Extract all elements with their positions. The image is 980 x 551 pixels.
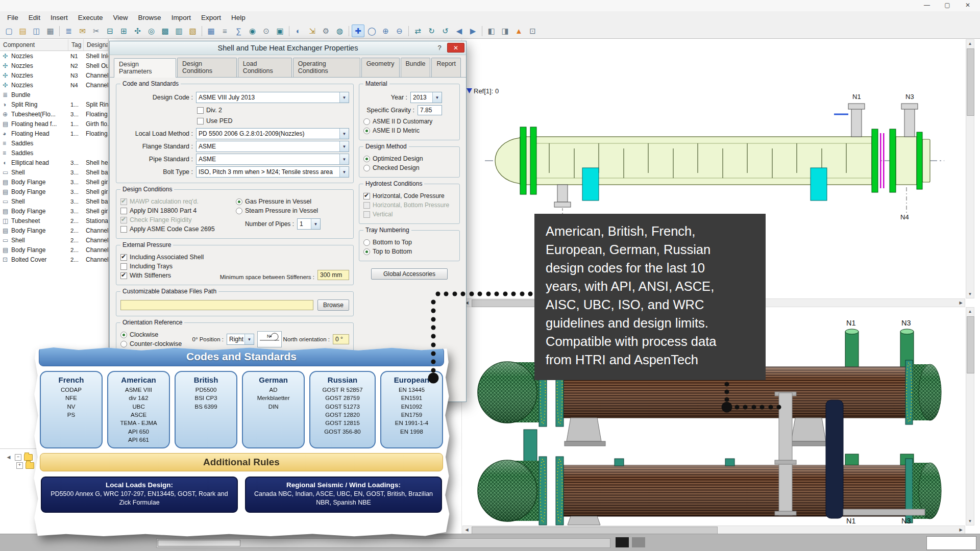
asme-iid-customary-radio[interactable]: ASME II D Customary <box>363 118 455 125</box>
tree-row[interactable]: ▤ Floating head f... 1... Girth flo... <box>0 119 108 129</box>
tree-row[interactable]: ◫ Tubesheet 2... Stationar... <box>0 216 108 226</box>
tree-row[interactable]: ▭ Shell 3... Shell bar... <box>0 167 108 177</box>
open-folder-icon[interactable]: ▤ <box>16 24 29 37</box>
menu-item[interactable]: Insert <box>45 12 73 23</box>
bottom-to-top-radio[interactable]: Bottom to Top <box>363 239 455 246</box>
print-icon[interactable]: ▦ <box>44 24 57 37</box>
collapse-panel-icon[interactable]: ◀ <box>5 454 12 461</box>
tab-geometry[interactable]: Geometry <box>361 58 400 77</box>
tree-row[interactable]: ◑ Split Ring 1... Split Rin... <box>0 99 108 109</box>
globe-icon[interactable]: ◍ <box>333 24 346 37</box>
scroll-down-icon[interactable]: ▼ <box>966 517 974 525</box>
global-accessories-button[interactable]: Global Accessories <box>371 268 448 280</box>
tab-operating-conditions[interactable]: Operating Conditions <box>293 58 360 77</box>
database-path-input[interactable] <box>120 300 313 310</box>
use-ped-checkbox[interactable]: Use PED <box>197 117 232 124</box>
pipe-standard-select[interactable]: ASME▼ <box>196 154 349 165</box>
bolt-tool-icon[interactable]: ⊙ <box>260 24 273 37</box>
zoom-out-icon[interactable]: ⊖ <box>393 24 406 37</box>
split-view-icon[interactable]: ◨ <box>499 24 511 37</box>
tree-row[interactable]: ▭ Shell 3... Shell bar... <box>0 196 108 206</box>
asme-iid-metric-radio[interactable]: ASME II D Metric <box>363 127 455 134</box>
min-stiffener-space-input[interactable]: 300 mm <box>317 270 349 280</box>
scroll-up-icon[interactable]: ▲ <box>966 40 974 47</box>
tree-row[interactable]: ▤ Body Flange 3... Shell gir... <box>0 187 108 196</box>
steam-pressure-radio[interactable]: Steam Pressure in Vessel <box>236 207 349 214</box>
tree-row[interactable]: ◕ Floating Head 1... Floating... <box>0 129 108 138</box>
dimension-icon[interactable]: ⊟ <box>104 24 116 37</box>
mawp-checkbox[interactable]: MAWP calculation req'd. <box>120 198 234 205</box>
tab-report[interactable]: Report <box>431 58 461 77</box>
din-18800-checkbox[interactable]: Apply DIN 18800 Part 4 <box>120 207 234 214</box>
flange-standard-select[interactable]: ASME▼ <box>196 141 349 152</box>
tab-design-conditions[interactable]: Design Conditions <box>177 58 237 77</box>
previous-view-icon[interactable]: ◀ <box>453 24 465 37</box>
column-header-tag[interactable]: Tag <box>68 39 84 51</box>
tree-row[interactable]: ✣ Nozzles N3 Channel... <box>0 70 108 80</box>
scroll-down-icon[interactable]: ▼ <box>966 290 974 298</box>
tree-row[interactable]: ▤ Body Flange 3... Shell gir... <box>0 177 108 187</box>
menu-item[interactable]: File <box>2 12 23 23</box>
tree-expand-icon[interactable]: + <box>16 462 23 469</box>
zoom-in-icon[interactable]: ⊕ <box>379 24 392 37</box>
cut-section-icon[interactable]: ✂ <box>90 24 103 37</box>
close-button[interactable]: ✕ <box>958 0 978 10</box>
vertical-checkbox[interactable]: Vertical <box>363 211 455 218</box>
component-list-icon[interactable]: ≣ <box>62 24 75 37</box>
maximize-button[interactable]: ▢ <box>937 0 958 10</box>
scroll-right-icon[interactable]: ▶ <box>957 526 965 534</box>
view-icon[interactable]: ◉ <box>246 24 259 37</box>
menu-item[interactable]: Help <box>226 12 251 23</box>
menu-item[interactable]: Export <box>196 12 226 23</box>
save-icon[interactable]: ◫ <box>30 24 43 37</box>
scroll-thumb[interactable] <box>967 48 974 116</box>
tree-row[interactable]: ✣ Nozzles N2 Shell Ou... <box>0 61 108 70</box>
tree-row[interactable]: ▤ Body Flange 3... Shell gir... <box>0 206 108 216</box>
div2-checkbox[interactable]: Div. 2 <box>197 107 222 114</box>
horizontal-bottom-pressure-checkbox[interactable]: Horizontal, Bottom Pressure <box>363 202 455 209</box>
tree-row[interactable]: ▤ Body Flange 2... Channel... <box>0 226 108 235</box>
top-to-bottom-radio[interactable]: Top to Bottom <box>363 248 455 255</box>
menu-item[interactable]: Execute <box>73 12 108 23</box>
snapshot-icon[interactable]: ⊡ <box>526 24 539 37</box>
year-select[interactable]: 2013▼ <box>410 92 442 103</box>
move-tool-icon[interactable]: ✚ <box>352 24 364 37</box>
mail-icon[interactable]: ✉ <box>76 24 89 37</box>
settings-gear-icon[interactable]: ⚙ <box>320 24 332 37</box>
flange-tool-icon[interactable]: ◎ <box>145 24 158 37</box>
drawing-sheet-icon[interactable]: ▧ <box>186 24 199 37</box>
tab-bundle[interactable]: Bundle <box>401 58 431 77</box>
tab-design-parameters[interactable]: Design Parameters <box>114 58 176 78</box>
bom-icon[interactable]: ≡ <box>218 24 231 37</box>
scroll-thumb[interactable] <box>158 540 240 546</box>
next-view-icon[interactable]: ▶ <box>467 24 479 37</box>
menu-item[interactable]: View <box>108 12 133 23</box>
rotate-view-icon[interactable]: ↻ <box>425 24 438 37</box>
vertical-scrollbar-2d[interactable]: ▲ ▼ <box>966 39 974 298</box>
checked-design-radio[interactable]: Checked Design <box>363 164 455 171</box>
tube-layout-icon[interactable]: ▩ <box>159 24 172 37</box>
optimized-design-radio[interactable]: Optimized Design <box>363 155 455 162</box>
dialog-help-button[interactable]: ? <box>433 43 446 53</box>
tree-row[interactable]: ✣ Nozzles N1 Shell Inle... <box>0 51 108 61</box>
vertical-scrollbar-3d[interactable]: ▲ ▼ <box>966 307 974 525</box>
browse-button[interactable]: Browse <box>317 299 349 311</box>
asme-case-2695-checkbox[interactable]: Apply ASME Code Case 2695 <box>120 226 234 233</box>
with-stiffeners-checkbox[interactable]: With Stiffeners <box>120 272 215 279</box>
number-of-pipes-select[interactable]: 1▼ <box>297 218 321 230</box>
horizontal-scrollbar-3d[interactable]: ◀ ▶ <box>462 525 965 534</box>
scroll-thumb[interactable] <box>472 527 718 534</box>
bolt-type-select[interactable]: ISO, Pitch 3 mm when > M24; Tensile stre… <box>196 166 349 178</box>
export-dxf-icon[interactable]: ⇲ <box>306 24 318 37</box>
minimize-button[interactable]: — <box>917 0 937 10</box>
tree-row[interactable]: ◖ Elliptical head 3... Shell hea... <box>0 158 108 167</box>
rss-feed-icon[interactable]: ▲ <box>512 24 525 37</box>
tree-row[interactable]: ✣ Nozzles N4 Channel... <box>0 80 108 90</box>
local-load-method-select[interactable]: PD 5500 2006 G.2.8:01-2009(Nozzles)▼ <box>196 128 349 139</box>
scroll-left-icon[interactable]: ◀ <box>463 526 471 534</box>
grid-icon[interactable]: ⊞ <box>117 24 130 37</box>
nozzle-tool-icon[interactable]: ✣ <box>131 24 144 37</box>
menu-item[interactable]: Edit <box>23 12 45 23</box>
clockwise-radio[interactable]: Clockwise <box>120 331 191 338</box>
tree-row[interactable]: ≡ Saddles <box>0 148 108 158</box>
